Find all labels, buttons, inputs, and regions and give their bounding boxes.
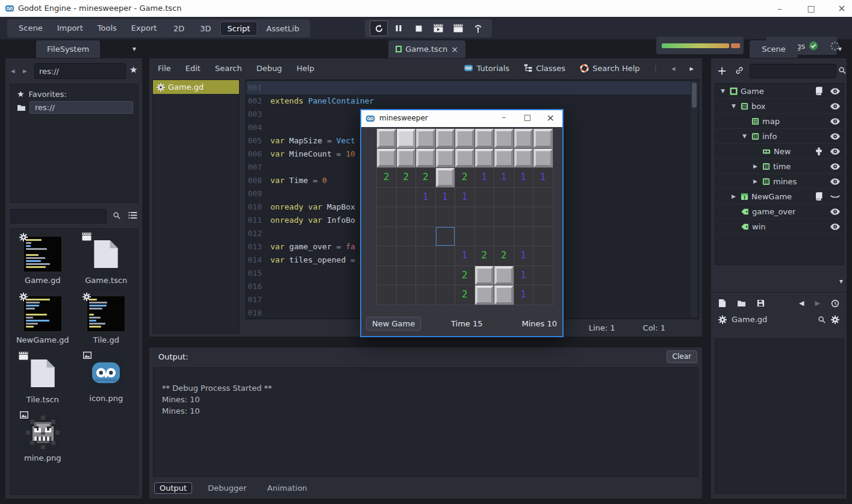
visibility-eye-icon[interactable] (830, 223, 840, 230)
tile-unopened[interactable] (416, 149, 435, 168)
file-mine.png[interactable]: mine.png (13, 415, 73, 462)
filesystem-search-input[interactable] (10, 209, 107, 223)
tab-assetlib[interactable]: AssetLib (260, 23, 305, 34)
tile-opened[interactable] (377, 285, 396, 305)
tile-opened[interactable] (533, 188, 553, 207)
tab-animation[interactable]: Animation (263, 483, 312, 493)
tile-number-1[interactable]: 1 (436, 188, 455, 207)
tutorials-link[interactable]: Tutorials (464, 63, 510, 73)
collapse-arrow-icon[interactable]: ▼ (741, 133, 748, 139)
tile-opened[interactable] (436, 285, 455, 305)
tile-opened[interactable] (436, 246, 455, 266)
favorite-star-icon[interactable]: ★ (129, 64, 137, 75)
history-icon[interactable] (831, 299, 839, 308)
visibility-eye-icon[interactable] (830, 148, 840, 155)
code-scrollbar[interactable] (691, 81, 698, 318)
inspector-tools-icon[interactable] (831, 316, 839, 324)
tile-number-1[interactable]: 1 (514, 246, 533, 266)
restart-scene-button[interactable] (370, 20, 388, 36)
tile-opened[interactable] (455, 207, 474, 226)
menu-scene[interactable]: Scene (12, 19, 49, 37)
tile-opened[interactable] (533, 227, 553, 246)
tile-unopened[interactable] (494, 149, 514, 168)
tile-opened[interactable] (416, 246, 435, 266)
play-scene-button[interactable] (429, 20, 447, 36)
scene-node-game_over[interactable]: game_over (715, 204, 844, 219)
tile-opened[interactable] (533, 246, 553, 266)
tile-unopened[interactable] (455, 129, 474, 148)
history-forward-icon[interactable]: ▶ (815, 299, 820, 307)
tile-unopened[interactable] (475, 285, 494, 305)
expand-arrow-icon[interactable]: ▶ (751, 163, 759, 169)
visibility-eye-icon[interactable] (830, 133, 840, 140)
tile-number-2[interactable]: 2 (397, 168, 416, 187)
tile-number-1[interactable]: 1 (494, 168, 514, 187)
tab-output[interactable]: Output (154, 482, 192, 494)
script-back-icon[interactable]: ◂ (671, 64, 676, 73)
tile-opened[interactable] (494, 188, 514, 207)
tile-number-1[interactable]: 1 (455, 188, 474, 207)
window-close-button[interactable]: × (833, 2, 851, 14)
scene-node-time[interactable]: ▶time (715, 159, 844, 174)
file-Game.tscn[interactable]: Game.tscn (76, 236, 136, 285)
visibility-eye-icon[interactable] (830, 163, 840, 170)
tile-unopened[interactable] (377, 149, 396, 168)
tile-number-1[interactable]: 1 (533, 168, 553, 187)
classes-link[interactable]: Classes (524, 64, 565, 73)
scene-node-map[interactable]: map (715, 114, 844, 129)
tile-opened[interactable] (475, 207, 494, 226)
path-field[interactable]: res:// (34, 63, 126, 79)
script-badge-icon[interactable] (816, 192, 822, 201)
script-forward-icon[interactable]: ▸ (689, 64, 694, 73)
minesweeper-grid[interactable]: 2222111111112212121 (376, 128, 553, 305)
inspector-search-icon[interactable] (818, 316, 826, 324)
tile-opened[interactable] (377, 266, 396, 285)
window-maximize-button[interactable]: □ (802, 2, 820, 14)
menu-help[interactable]: Help (296, 64, 314, 73)
menu-tools[interactable]: Tools (91, 19, 123, 37)
scene-node-mines[interactable]: ▶mines (715, 174, 844, 189)
tile-number-2[interactable]: 2 (455, 266, 474, 285)
nav-back-icon[interactable]: ◂ (11, 66, 15, 75)
scene-node-info[interactable]: ▼info (715, 129, 844, 144)
tile-opened[interactable] (455, 227, 474, 246)
scene-search-icon[interactable] (838, 66, 847, 75)
tile-unopened[interactable] (494, 266, 514, 285)
tile-unopened[interactable] (397, 149, 416, 168)
menu-export[interactable]: Export (125, 19, 164, 37)
tile-opened[interactable] (494, 207, 514, 226)
tile-unopened[interactable] (377, 129, 396, 148)
tile-number-1[interactable]: 1 (514, 266, 533, 285)
tile-opened[interactable] (494, 227, 514, 246)
tile-unopened[interactable] (514, 129, 533, 148)
tab-2d[interactable]: 2D (167, 23, 190, 34)
tile-unopened[interactable] (436, 129, 455, 148)
tile-opened[interactable] (397, 285, 416, 305)
tile-number-2[interactable]: 2 (494, 246, 514, 266)
tile-opened[interactable] (533, 207, 553, 226)
clear-button[interactable]: Clear (667, 350, 697, 363)
tile-opened[interactable] (377, 227, 396, 246)
menu-edit[interactable]: Edit (185, 64, 201, 73)
tile-opened[interactable] (377, 207, 396, 226)
scene-panel-caret-icon[interactable]: ▾ (838, 45, 842, 53)
tile-number-1[interactable]: 1 (475, 168, 494, 187)
add-node-button[interactable]: + (717, 64, 727, 77)
visibility-eye-icon[interactable] (830, 208, 840, 215)
tile-opened[interactable] (397, 188, 416, 207)
nav-forward-icon[interactable]: ▸ (23, 66, 27, 75)
tile-number-2[interactable]: 2 (416, 168, 435, 187)
collapse-arrow-icon[interactable]: ▼ (719, 88, 727, 94)
filesystem-caret-icon[interactable]: ▾ (132, 45, 136, 53)
tile-opened[interactable] (475, 188, 494, 207)
ms-maximize-button[interactable]: □ (524, 113, 531, 122)
file-Game.gd[interactable]: Game.gd (13, 236, 73, 285)
tile-unopened[interactable] (533, 149, 553, 168)
ms-close-button[interactable]: × (547, 112, 555, 123)
visibility-eye-icon[interactable] (830, 103, 840, 110)
new-game-button[interactable]: New Game (366, 317, 421, 331)
tile-number-1[interactable]: 1 (514, 168, 533, 187)
tile-unopened[interactable] (475, 129, 494, 148)
window-minimize-button[interactable]: – (771, 2, 789, 14)
tile-number-1[interactable]: 1 (514, 285, 533, 305)
